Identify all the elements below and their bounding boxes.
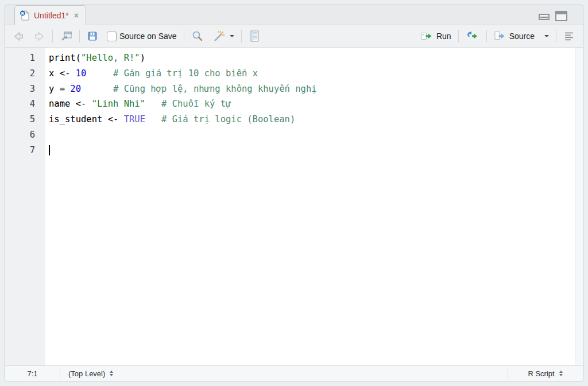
code-line[interactable]: y = 20 # Cũng hợp lệ, nhưng không khuyến… (49, 81, 583, 97)
back-button[interactable] (11, 29, 26, 44)
forward-button[interactable] (32, 29, 47, 44)
code-line[interactable]: print("Hello, R!") (49, 50, 583, 66)
chevron-down-icon (544, 35, 549, 37)
rstudio-source-pane: R Untitled1* × (0, 0, 588, 386)
maximize-pane-icon[interactable] (555, 10, 568, 22)
source-label: Source (509, 32, 535, 41)
run-button[interactable]: Run (419, 29, 453, 43)
code-line[interactable]: is_student <- TRUE # Giá trị logic (Bool… (49, 112, 583, 127)
toolbar-separator (458, 30, 459, 42)
rerun-previous-button[interactable] (464, 29, 481, 43)
document-outline-button[interactable] (562, 30, 576, 42)
line-number: 2 (5, 66, 45, 81)
line-number: 7 (5, 143, 45, 158)
source-options-dropdown[interactable] (541, 34, 551, 38)
line-number: 4 (5, 96, 45, 112)
source-on-save-label: Source on Save (119, 32, 177, 41)
pane-window-buttons (538, 10, 568, 22)
source-on-save-checkbox[interactable] (107, 32, 117, 41)
file-type-selector[interactable]: R Script (508, 366, 583, 381)
line-number: 1 (5, 50, 45, 66)
code-line[interactable]: x <- 10 # Gán giá trị 10 cho biến x (49, 66, 583, 81)
editor-statusbar: 7:1 (Top Level) R Script (5, 365, 583, 381)
tab-bar: R Untitled1* × (5, 5, 583, 25)
save-icon (87, 30, 98, 42)
updown-arrows-icon (109, 370, 114, 377)
svg-text:R: R (21, 11, 25, 16)
forward-icon (33, 30, 45, 42)
back-icon (13, 30, 25, 42)
document-outline-icon (563, 31, 574, 41)
compile-report-icon (249, 30, 260, 42)
toolbar-separator (556, 30, 556, 42)
source-icon (494, 30, 506, 42)
tab-untitled1[interactable]: R Untitled1* × (14, 5, 86, 25)
source-on-save-toggle[interactable]: Source on Save (105, 30, 179, 42)
source-editor-window: R Untitled1* × (5, 5, 583, 381)
save-button[interactable] (85, 29, 100, 43)
toolbar-separator (184, 30, 184, 42)
code-line[interactable] (49, 143, 583, 158)
open-in-new-window-button[interactable] (58, 29, 74, 43)
scope-selector[interactable]: (Top Level) (60, 366, 122, 381)
source-button[interactable]: Source (492, 29, 536, 43)
rerun-icon (466, 30, 479, 42)
line-number: 3 (5, 81, 45, 97)
text-cursor (49, 145, 50, 155)
toolbar-separator (486, 30, 487, 42)
chevron-down-icon (230, 35, 234, 37)
magic-wand-icon (212, 30, 226, 42)
close-icon[interactable]: × (73, 11, 80, 20)
toolbar-separator (241, 30, 242, 42)
open-in-new-window-icon (60, 30, 72, 42)
code-line[interactable] (49, 127, 583, 143)
scope-label: (Top Level) (68, 369, 105, 378)
updown-arrows-icon (559, 370, 563, 377)
code-area[interactable]: print("Hello, R!")x <- 10 # Gán giá trị … (45, 48, 583, 365)
statusbar-spacer (122, 366, 508, 381)
r-script-file-icon: R (20, 10, 30, 21)
line-number: 6 (5, 127, 45, 143)
code-tools-button[interactable] (211, 29, 236, 44)
search-icon (191, 30, 204, 42)
compile-report-button[interactable] (247, 29, 262, 44)
find-replace-button[interactable] (189, 29, 206, 44)
vertical-scrollbar[interactable] (575, 48, 583, 365)
run-label: Run (436, 32, 451, 41)
cursor-position: 7:1 (5, 366, 60, 381)
tab-title: Untitled1* (34, 11, 69, 20)
minimize-pane-icon[interactable] (538, 11, 550, 22)
run-icon (420, 30, 434, 42)
code-line[interactable]: name <- "Linh Nhi" # Chuỗi ký tự (49, 96, 583, 112)
file-type-label: R Script (528, 369, 554, 378)
gutter: 1234567 (5, 48, 45, 365)
line-number: 5 (5, 112, 45, 127)
toolbar-separator (79, 30, 80, 42)
code-editor: 1234567 print("Hello, R!")x <- 10 # Gán … (5, 48, 583, 365)
editor-toolbar: Source on Save (5, 25, 583, 48)
toolbar-separator (52, 30, 53, 42)
